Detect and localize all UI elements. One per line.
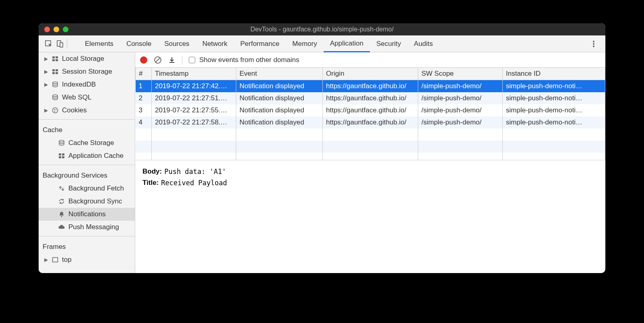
table-cell: Notification displayed xyxy=(236,116,323,128)
svg-rect-9 xyxy=(56,59,58,61)
zoom-button[interactable] xyxy=(63,27,68,32)
column-header[interactable]: Timestamp xyxy=(152,68,236,80)
main-panel: Show events from other domains #Timestam… xyxy=(135,52,605,273)
show-other-domains-label: Show events from other domains xyxy=(199,56,299,64)
sidebar-item-cache-storage[interactable]: Cache Storage xyxy=(39,137,135,149)
table-row[interactable]: 42019-07-22 21:27:58.…Notification displ… xyxy=(136,116,605,128)
expand-caret-icon[interactable]: ▶ xyxy=(44,54,48,64)
sidebar-item-label: Push Messaging xyxy=(68,222,119,232)
sidebar-item-background-sync[interactable]: Background Sync xyxy=(39,195,135,208)
svg-point-15 xyxy=(53,95,58,96)
svg-point-3 xyxy=(593,41,594,42)
table-cell: 2019-07-22 21:27:58.… xyxy=(152,116,236,128)
sidebar-item-top[interactable]: ▶top xyxy=(39,253,135,266)
table-header-row: #TimestampEventOriginSW ScopeInstance ID xyxy=(136,68,605,80)
table-cell: https://gauntface.github.io/ xyxy=(323,104,418,116)
device-toggle-icon[interactable] xyxy=(56,39,64,48)
cookie-icon xyxy=(52,107,59,114)
inspect-icon[interactable] xyxy=(44,39,53,48)
events-table: #TimestampEventOriginSW ScopeInstance ID… xyxy=(135,68,605,160)
minimize-button[interactable] xyxy=(54,27,59,32)
download-icon[interactable] xyxy=(168,56,175,64)
column-header[interactable]: SW Scope xyxy=(418,68,503,80)
table-cell: https://gauntface.github.io/ xyxy=(323,116,418,128)
tabbar: ElementsConsoleSourcesNetworkPerformance… xyxy=(39,35,605,52)
tab-performance[interactable]: Performance xyxy=(234,35,286,52)
panel-tabs: ElementsConsoleSourcesNetworkPerformance… xyxy=(78,35,440,52)
show-other-domains-checkbox[interactable]: Show events from other domains xyxy=(189,56,299,64)
table-cell: 2019-07-22 21:27:51.… xyxy=(152,92,236,104)
table-cell: /simple-push-demo/ xyxy=(418,80,503,93)
expand-caret-icon[interactable]: ▶ xyxy=(44,67,48,77)
svg-point-25 xyxy=(61,216,62,217)
table-row-empty xyxy=(136,153,605,160)
tab-application[interactable]: Application xyxy=(324,36,370,52)
table-cell: /simple-push-demo/ xyxy=(418,104,503,116)
devtools-window: DevTools - gauntface.github.io/simple-pu… xyxy=(39,23,605,273)
expand-caret-icon[interactable]: ▶ xyxy=(44,80,48,89)
sidebar-item-label: Application Cache xyxy=(68,151,124,161)
tab-network[interactable]: Network xyxy=(196,35,234,52)
tab-elements[interactable]: Elements xyxy=(78,35,120,52)
svg-rect-2 xyxy=(60,43,63,47)
table-cell: 2019-07-22 21:27:42.… xyxy=(152,80,236,93)
svg-point-16 xyxy=(53,108,58,113)
svg-rect-26 xyxy=(53,258,58,262)
grid-icon xyxy=(52,68,59,75)
detail-body-label: Body: xyxy=(142,166,162,177)
show-other-domains-input[interactable] xyxy=(189,57,195,63)
sidebar-item-notifications[interactable]: Notifications xyxy=(39,208,135,221)
sidebar-item-label: Local Storage xyxy=(62,54,104,64)
sidebar-item-label: Notifications xyxy=(68,209,106,219)
sidebar-item-label: Cookies xyxy=(62,106,87,115)
table-cell: Notification displayed xyxy=(236,104,323,116)
tab-sources[interactable]: Sources xyxy=(158,35,196,52)
sidebar-item-local-storage[interactable]: ▶Local Storage xyxy=(39,52,135,65)
sidebar-group-cache: Cache xyxy=(39,122,135,137)
tab-audits[interactable]: Audits xyxy=(407,35,439,52)
sidebar-item-label: IndexedDB xyxy=(62,80,96,89)
svg-point-19 xyxy=(54,111,55,112)
svg-point-17 xyxy=(54,109,55,110)
tab-console[interactable]: Console xyxy=(120,35,158,52)
sidebar-item-push-messaging[interactable]: Push Messaging xyxy=(39,221,135,234)
frame-icon xyxy=(52,256,59,263)
sidebar-item-application-cache[interactable]: Application Cache xyxy=(39,149,135,162)
svg-rect-7 xyxy=(56,56,58,58)
svg-point-4 xyxy=(593,43,594,45)
clear-icon[interactable] xyxy=(154,56,162,64)
table-cell: simple-push-demo-noti… xyxy=(503,80,605,93)
table-row[interactable]: 12019-07-22 21:27:42.…Notification displ… xyxy=(136,80,605,93)
cloud-icon xyxy=(58,224,65,231)
tab-security[interactable]: Security xyxy=(370,35,407,52)
table-cell: /simple-push-demo/ xyxy=(418,116,503,128)
svg-point-5 xyxy=(593,46,594,47)
sidebar-item-background-fetch[interactable]: Background Fetch xyxy=(39,182,135,195)
svg-rect-10 xyxy=(52,69,55,71)
sidebar-item-label: Web SQL xyxy=(62,93,91,102)
events-toolbar: Show events from other domains xyxy=(135,52,605,68)
column-header[interactable]: Origin xyxy=(323,68,418,80)
expand-caret-icon[interactable]: ▶ xyxy=(44,106,48,115)
table-row[interactable]: 22019-07-22 21:27:51.…Notification displ… xyxy=(136,92,605,104)
table-row[interactable]: 32019-07-22 21:27:55.…Notification displ… xyxy=(136,104,605,116)
separator xyxy=(67,39,67,48)
record-button[interactable] xyxy=(140,56,147,64)
sidebar-item-cookies[interactable]: ▶Cookies xyxy=(39,104,135,117)
sidebar-item-web-sql[interactable]: Web SQL xyxy=(39,91,135,104)
column-header[interactable]: Event xyxy=(236,68,323,80)
close-button[interactable] xyxy=(44,27,50,32)
sidebar-item-label: Background Fetch xyxy=(68,184,124,193)
svg-rect-11 xyxy=(56,69,58,71)
sidebar-item-indexeddb[interactable]: ▶IndexedDB xyxy=(39,78,135,91)
column-header[interactable]: # xyxy=(136,68,152,80)
tab-memory[interactable]: Memory xyxy=(286,35,323,52)
sidebar-item-label: Cache Storage xyxy=(68,138,114,148)
sidebar-item-session-storage[interactable]: ▶Session Storage xyxy=(39,65,135,78)
table-row-empty xyxy=(136,141,605,153)
table-cell: 1 xyxy=(136,80,152,93)
svg-line-28 xyxy=(156,58,160,62)
more-menu-icon[interactable] xyxy=(589,39,598,48)
expand-caret-icon[interactable]: ▶ xyxy=(44,255,48,265)
column-header[interactable]: Instance ID xyxy=(503,68,605,80)
